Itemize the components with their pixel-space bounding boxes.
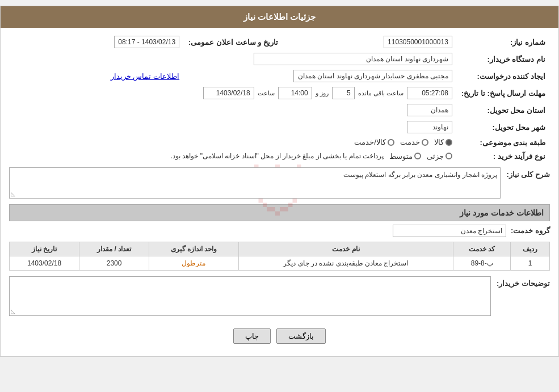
services-section-title: اطلاعات خدمات مورد نیاز: [9, 204, 550, 221]
category-label-service: خدمت: [400, 138, 420, 146]
resize-handle-notes: ◺: [11, 308, 15, 314]
cell-name: استخراج معادن طبقه‌بندی نشده در جای دیگر: [238, 256, 453, 270]
cell-row: 1: [511, 256, 550, 270]
cell-qty: 2300: [79, 256, 149, 270]
deadline-date-value: 1403/02/18: [203, 87, 254, 99]
table-row: استان محل تحویل: همدان: [9, 102, 550, 119]
page-title: جزئیات اطلاعات نیاز: [243, 12, 316, 22]
col-code: کد خدمت: [453, 242, 511, 256]
category-label: طبقه بندی موضوعی:: [457, 136, 550, 150]
process-radio-medium: [414, 153, 421, 159]
col-date: تاریخ نیاز: [10, 242, 79, 256]
col-name: نام خدمت: [238, 242, 453, 256]
process-option-medium[interactable]: متوسط: [389, 152, 421, 161]
description-label: شرح کلی نیاز:: [506, 167, 550, 179]
col-unit: واحد اندازه گیری: [149, 242, 239, 256]
table-row: ایجاد کننده درخواست: مجتبی مظفری حسابدار…: [9, 68, 550, 85]
buyer-org-label: نام دستگاه خریدار:: [457, 50, 550, 68]
deadline-time-value: 14:00: [278, 87, 312, 99]
table-row: شهر محل تحویل: نهاوند: [9, 119, 550, 136]
deadline-days-value: 5: [332, 87, 355, 99]
cell-unit: مترطول: [149, 256, 239, 270]
category-radio-both: [388, 139, 394, 146]
deadline-time-label: ساعت: [258, 90, 275, 97]
description-value: پروژه انفجار وانشباری معدن برابر برگه اس…: [343, 171, 497, 179]
table-row: 1 ب-8-89 استخراج معادن طبقه‌بندی نشده در…: [10, 256, 550, 270]
city-label: شهر محل تحویل:: [457, 119, 550, 136]
need-number-value: 1103050001000013: [384, 36, 452, 48]
deadline-days-label: روز و: [316, 90, 329, 97]
service-group-value: استخراج معدن: [393, 225, 506, 237]
table-row: طبقه بندی موضوعی: کالا خدمت: [9, 136, 550, 150]
table-header-row: ردیف کد خدمت نام خدمت واحد اندازه گیری ت…: [10, 242, 550, 256]
process-radio-group: جزئی متوسط: [389, 152, 452, 161]
page-header: جزئیات اطلاعات نیاز: [1, 6, 558, 28]
back-button[interactable]: بازگشت: [276, 328, 326, 344]
col-row: ردیف: [511, 242, 550, 256]
process-label: نوع فرآیند خرید :: [457, 150, 550, 163]
category-option-service[interactable]: خدمت: [400, 138, 428, 146]
contact-link[interactable]: اطلاعات تماس خریدار: [111, 72, 179, 81]
info-table: شماره نیاز: 1103050001000013 تاریخ و ساع…: [9, 33, 550, 163]
category-option-goods[interactable]: کالا: [434, 138, 452, 146]
announce-date-label: تاریخ و ساعت اعلان عمومی:: [184, 33, 283, 50]
category-option-both[interactable]: کالا/خدمت: [354, 138, 394, 146]
table-row: نام دستگاه خریدار: شهرداری نهاوند استان …: [9, 50, 550, 68]
announce-date-value: 1403/02/13 - 08:17: [114, 36, 179, 48]
creator-value: مجتبی مظفری حسابدار شهرداری نهاوند استان…: [293, 70, 452, 82]
buyer-org-value: شهرداری نهاوند استان همدان: [254, 53, 452, 65]
col-qty: تعداد / مقدار: [79, 242, 149, 256]
print-button[interactable]: چاپ: [233, 328, 271, 344]
buttons-row: بازگشت چاپ: [9, 322, 550, 351]
service-group-row: گروه خدمت: استخراج معدن: [9, 225, 550, 237]
deadline-remain-value: 05:27:08: [407, 87, 452, 99]
category-label-goods: کالا: [434, 138, 444, 146]
need-number-label: شماره نیاز:: [457, 33, 550, 50]
category-radio-goods: [445, 139, 452, 146]
category-label-both: کالا/خدمت: [354, 138, 386, 146]
province-label: استان محل تحویل:: [457, 102, 550, 119]
table-row: شماره نیاز: 1103050001000013 تاریخ و ساع…: [9, 33, 550, 50]
deadline-label: مهلت ارسال پاسخ: تا تاریخ:: [457, 85, 550, 102]
process-label-medium: متوسط: [389, 152, 413, 161]
province-value: همدان: [407, 104, 452, 116]
cell-code: ب-8-89: [453, 256, 511, 270]
deadline-remain-label: ساعت باقی مانده: [358, 90, 404, 97]
category-radio-service: [422, 139, 428, 146]
resize-handle: ◺: [11, 191, 15, 197]
table-row: مهلت ارسال پاسخ: تا تاریخ: 05:27:08 ساعت…: [9, 85, 550, 102]
category-radio-group: کالا خدمت کالا/خدمت: [354, 138, 452, 146]
table-row: نوع فرآیند خرید : جزئی متوسط: [9, 150, 550, 163]
process-note: پرداخت تمام یا بخشی از مبلغ خریدار از مح…: [171, 152, 384, 160]
creator-label: ایجاد کننده درخواست:: [457, 68, 550, 85]
city-value: نهاوند: [407, 121, 452, 133]
services-table: ردیف کد خدمت نام خدمت واحد اندازه گیری ت…: [9, 242, 550, 271]
process-option-detail[interactable]: جزئی: [427, 152, 452, 161]
process-label-detail: جزئی: [427, 152, 444, 161]
service-group-label: گروه خدمت:: [511, 226, 550, 235]
process-radio-detail: [445, 153, 452, 159]
cell-date: 1403/02/18: [10, 256, 79, 270]
buyer-notes-label: توضیحات خریدار:: [497, 276, 550, 288]
